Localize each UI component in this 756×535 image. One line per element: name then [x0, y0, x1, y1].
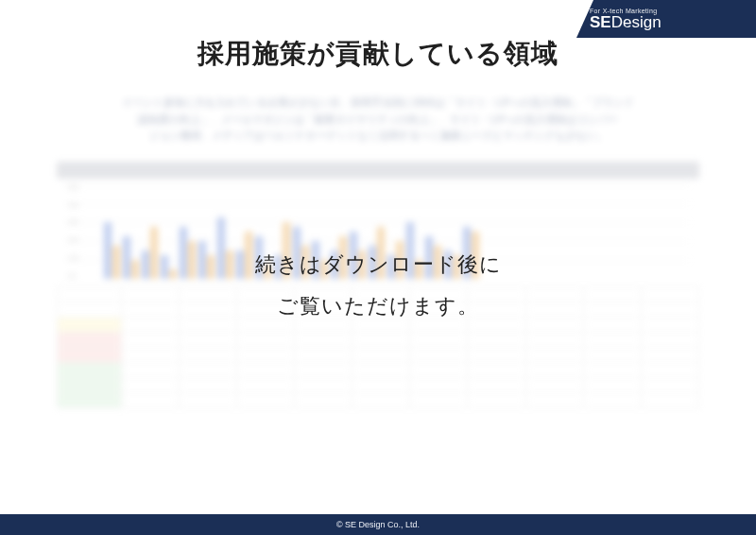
brand-logo-b: Design [611, 13, 662, 31]
axis-tick: 20% [68, 237, 96, 243]
table-cell [468, 347, 525, 362]
table-cell [237, 347, 295, 362]
table-cell [583, 377, 641, 392]
table-cell [180, 362, 237, 377]
table-cell [295, 392, 352, 407]
table-cell [525, 347, 583, 362]
table-cell [525, 362, 583, 377]
para-line: イベント参加に力を入れている企業が少ない分、採用手法別にSNSは「サイト・LPへ… [122, 96, 634, 108]
table-cell [295, 347, 352, 362]
table-cell [641, 377, 698, 392]
slide: For X-tech Marketing SEDesign 採用施策が貢献してい… [0, 0, 756, 535]
table-cell [295, 377, 352, 392]
table-cell [352, 332, 410, 347]
table-cell [410, 332, 468, 347]
table-cell [641, 332, 698, 347]
table-cell [352, 377, 410, 392]
table-cell [525, 377, 583, 392]
table-row [58, 347, 699, 362]
axis-tick: 30% [68, 219, 96, 225]
header-tagline: For X-tech Marketing [590, 8, 756, 14]
table-cell [121, 332, 179, 347]
row-label-cell [58, 362, 122, 377]
table-cell [180, 332, 237, 347]
table-cell [641, 362, 698, 377]
table-cell [295, 362, 352, 377]
table-cell [468, 332, 525, 347]
table-row [58, 377, 699, 392]
para-line: 認知度の向上」、メールマガジンは「顧客ロイヤリティの向上」、サイト・LPへの流入… [138, 113, 618, 125]
table-cell [237, 362, 295, 377]
brand-logo-a: SE [590, 13, 611, 31]
table-cell [641, 347, 698, 362]
table-cell [583, 362, 641, 377]
table-cell [410, 377, 468, 392]
table-cell [410, 362, 468, 377]
table-cell [468, 362, 525, 377]
table-cell [525, 392, 583, 407]
table-row [58, 332, 699, 347]
table-cell [468, 377, 525, 392]
table-cell [237, 392, 295, 407]
row-label-cell [58, 377, 122, 392]
table-cell [410, 347, 468, 362]
row-label-cell [58, 347, 122, 362]
table-cell [352, 347, 410, 362]
table-cell [180, 377, 237, 392]
table-cell [468, 392, 525, 407]
table-cell [180, 347, 237, 362]
chart-header-strip [57, 162, 699, 179]
overlay-line-1: 続きはダウンロード後に [0, 244, 756, 285]
download-message: 続きはダウンロード後に ご覧いただけます。 [0, 244, 756, 327]
table-row [58, 392, 699, 407]
footer-copyright: © SE Design Co., Ltd. [0, 514, 756, 535]
table-cell [641, 392, 698, 407]
table-cell [180, 392, 237, 407]
table-cell [352, 392, 410, 407]
row-label-cell [58, 392, 122, 407]
table-cell [583, 347, 641, 362]
table-cell [410, 392, 468, 407]
table-cell [237, 377, 295, 392]
axis-tick: 50% [68, 184, 96, 190]
axis-tick: 40% [68, 202, 96, 208]
table-cell [121, 392, 179, 407]
table-row [58, 362, 699, 377]
table-cell [121, 347, 179, 362]
overlay-line-2: ご覧いただけます。 [0, 285, 756, 327]
table-cell [121, 377, 179, 392]
para-line: ジョン獲得、メディアはペルソナターゲットなく活用するべく施策ニーズとマッチングも… [149, 129, 607, 141]
table-cell [237, 332, 295, 347]
table-cell [583, 332, 641, 347]
table-cell [352, 362, 410, 377]
table-cell [121, 362, 179, 377]
row-label-cell [58, 332, 122, 347]
table-cell [583, 392, 641, 407]
table-cell [295, 332, 352, 347]
brand-logo: SEDesign [590, 14, 756, 30]
intro-paragraph: イベント参加に力を入れている企業が少ない分、採用手法別にSNSは「サイト・LPへ… [57, 95, 699, 154]
table-cell [525, 332, 583, 347]
header-corner: For X-tech Marketing SEDesign [576, 0, 756, 38]
